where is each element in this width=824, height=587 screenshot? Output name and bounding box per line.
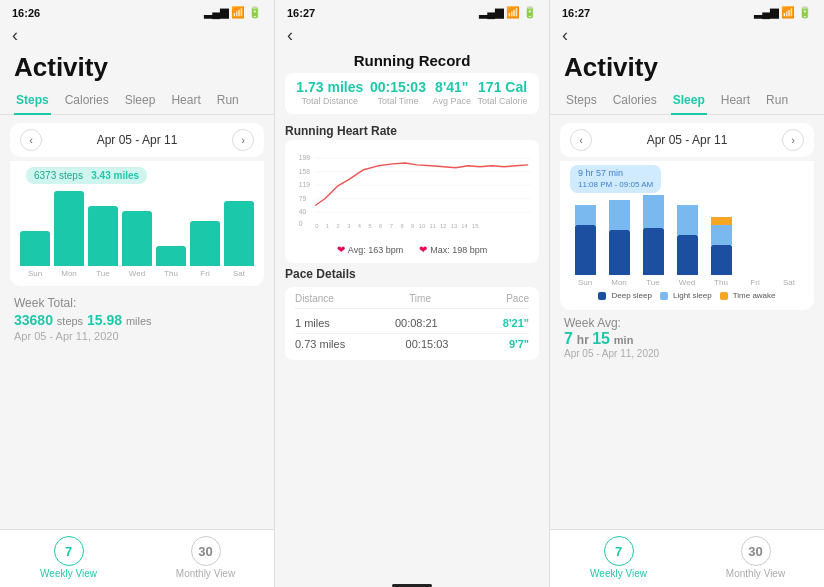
- monthly-circle-3: 30: [741, 536, 771, 566]
- pace-title: Pace Details: [275, 263, 549, 283]
- svg-text:5: 5: [368, 223, 371, 229]
- light-sleep-label: Light sleep: [673, 291, 712, 300]
- bottom-nav-1: 7 Weekly View 30 Monthly View: [0, 529, 274, 587]
- svg-text:3: 3: [347, 223, 350, 229]
- stat-distance-lbl: Total Distance: [302, 96, 359, 106]
- stat-cal: 171 Cal Total Calorie: [478, 79, 528, 106]
- wifi-icon-3: 📶: [781, 6, 795, 19]
- hr-legend: ❤ Avg: 163 bpm ❤ Max: 198 bpm: [291, 240, 533, 257]
- stat-time-lbl: Total Time: [377, 96, 418, 106]
- svg-text:12: 12: [440, 223, 446, 229]
- sleep-legend: Deep sleep Light sleep Time awake: [566, 287, 808, 302]
- week-total-steps: 33680 steps 15.98 miles: [14, 312, 260, 328]
- stat-distance-val: 1.73 miles: [296, 79, 363, 95]
- svg-text:8: 8: [400, 223, 403, 229]
- tab-steps-1[interactable]: Steps: [14, 89, 51, 115]
- week-total-label: Week Total:: [14, 296, 260, 310]
- monthly-label-1: Monthly View: [176, 568, 235, 579]
- weekly-view-btn-3[interactable]: 7 Weekly View: [550, 536, 687, 579]
- week-total-date: Apr 05 - Apr 11, 2020: [14, 330, 260, 342]
- battery-icon-3: 🔋: [798, 6, 812, 19]
- svg-text:158: 158: [299, 168, 311, 175]
- svg-text:4: 4: [358, 223, 362, 229]
- hr-title: Running Heart Rate: [275, 120, 549, 140]
- back-button-3[interactable]: ‹: [550, 21, 824, 50]
- svg-text:13: 13: [451, 223, 457, 229]
- pace-row-2: 0.73 miles 00:15:03 9'7": [295, 334, 529, 354]
- monthly-view-btn-1[interactable]: 30 Monthly View: [137, 536, 274, 579]
- svg-text:0: 0: [299, 220, 303, 227]
- tab-heart-3[interactable]: Heart: [719, 89, 752, 115]
- avg-bpm-label: Avg: 163 bpm: [348, 245, 403, 255]
- sleep-bar-tue: Tue: [638, 195, 668, 287]
- svg-text:0: 0: [315, 223, 318, 229]
- stat-time: 00:15:03 Total Time: [370, 79, 426, 106]
- status-icons-2: ▂▄▆ 📶 🔋: [479, 6, 537, 19]
- svg-text:6: 6: [379, 223, 382, 229]
- week-next-3[interactable]: ›: [782, 129, 804, 151]
- tab-sleep-1[interactable]: Sleep: [123, 89, 158, 115]
- bottom-nav-3: 7 Weekly View 30 Monthly View: [550, 529, 824, 587]
- weekly-label-1: Weekly View: [40, 568, 97, 579]
- svg-text:11: 11: [429, 223, 435, 229]
- sleep-bar-sat: Sat: [774, 195, 804, 287]
- weekly-circle-1: 7: [54, 536, 84, 566]
- time-2: 16:27: [287, 7, 315, 19]
- status-icons-1: ▂▄▆ 📶 🔋: [204, 6, 262, 19]
- bar-fri: Fri: [190, 221, 220, 278]
- sleep-bar-mon: Mon: [604, 195, 634, 287]
- monthly-view-btn-3[interactable]: 30 Monthly View: [687, 536, 824, 579]
- stat-pace-val: 8'41": [435, 79, 468, 95]
- tab-calories-1[interactable]: Calories: [63, 89, 111, 115]
- monthly-circle-1: 30: [191, 536, 221, 566]
- status-bar-1: 16:26 ▂▄▆ 📶 🔋: [0, 0, 274, 21]
- activity-title-3: Activity: [550, 50, 824, 89]
- week-total-1: Week Total: 33680 steps 15.98 miles Apr …: [0, 286, 274, 346]
- deep-sleep-label: Deep sleep: [611, 291, 651, 300]
- week-avg-label: Week Avg:: [564, 316, 810, 330]
- stat-cal-lbl: Total Calorie: [478, 96, 528, 106]
- chart-container-1: 6373 steps 3.43 miles Sun Mon Tue: [10, 161, 264, 286]
- svg-text:119: 119: [299, 181, 311, 188]
- weekly-view-btn-1[interactable]: 7 Weekly View: [0, 536, 137, 579]
- svg-text:9: 9: [411, 223, 414, 229]
- activity-title-1: Activity: [0, 50, 274, 89]
- legend-max: ❤ Max: 198 bpm: [419, 244, 487, 255]
- battery-icon: 🔋: [248, 6, 262, 19]
- week-prev-1[interactable]: ‹: [20, 129, 42, 151]
- hr-chart-area: 198 158 119 79 40 0 0 1 2 3 4 5: [285, 140, 539, 263]
- tab-sleep-3[interactable]: Sleep: [671, 89, 707, 115]
- tab-run-1[interactable]: Run: [215, 89, 241, 115]
- signal-icon: ▂▄▆: [204, 6, 228, 19]
- legend-light: Light sleep: [660, 291, 712, 300]
- tab-heart-1[interactable]: Heart: [169, 89, 202, 115]
- tab-steps-3[interactable]: Steps: [564, 89, 599, 115]
- pace-col-dist: Distance: [295, 293, 334, 304]
- svg-text:7: 7: [390, 223, 393, 229]
- week-selector-3: ‹ Apr 05 - Apr 11 ›: [560, 123, 814, 157]
- svg-text:14: 14: [461, 223, 468, 229]
- back-button-2[interactable]: ‹: [275, 21, 549, 50]
- stat-time-val: 00:15:03: [370, 79, 426, 95]
- hr-chart-svg: 198 158 119 79 40 0 0 1 2 3 4 5: [291, 146, 533, 236]
- tab-run-3[interactable]: Run: [764, 89, 790, 115]
- pace-time-2: 00:15:03: [406, 338, 449, 350]
- running-stats: 1.73 miles Total Distance 00:15:03 Total…: [285, 73, 539, 114]
- tab-calories-3[interactable]: Calories: [611, 89, 659, 115]
- pace-row-1: 1 miles 00:08:21 8'21": [295, 313, 529, 334]
- week-prev-3[interactable]: ‹: [570, 129, 592, 151]
- pace-time-1: 00:08:21: [395, 317, 438, 329]
- time-awake-label: Time awake: [733, 291, 776, 300]
- svg-text:1: 1: [326, 223, 329, 229]
- sleep-tooltip: 9 hr 57 min 11:08 PM - 09:05 AM: [570, 165, 661, 193]
- signal-icon-3: ▂▄▆: [754, 6, 778, 19]
- week-next-1[interactable]: ›: [232, 129, 254, 151]
- back-button-1[interactable]: ‹: [0, 21, 274, 50]
- legend-deep: Deep sleep: [598, 291, 651, 300]
- tabs-3: Steps Calories Sleep Heart Run: [550, 89, 824, 115]
- pace-dist-1: 1 miles: [295, 317, 330, 329]
- time-3: 16:27: [562, 7, 590, 19]
- bar-wed: Wed: [122, 211, 152, 278]
- wifi-icon: 📶: [231, 6, 245, 19]
- max-bpm-label: Max: 198 bpm: [430, 245, 487, 255]
